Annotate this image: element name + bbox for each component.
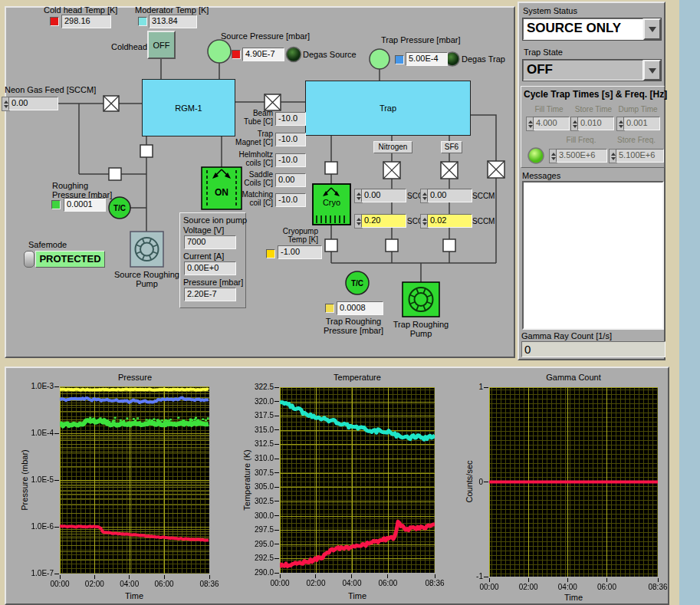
axis-tick-mark [280, 574, 281, 578]
dump-time-input[interactable]: 0.001 [623, 117, 660, 130]
y-axis-tick-label: 302.5 [231, 497, 274, 505]
voltage-value: 7000 [184, 235, 236, 249]
store-freq-input[interactable]: 5.100E+6 [616, 149, 664, 163]
x-axis-tick-label: 02:00 [297, 579, 334, 587]
saddle-coils-value: 0.00 [275, 173, 306, 187]
x-axis-tick-label: 08:36 [639, 583, 676, 591]
axis-tick-mark [658, 578, 659, 582]
beam-tube-label: BeamTube [C] [210, 109, 273, 126]
ion-pump-on-label[interactable]: ON [202, 187, 242, 198]
axis-tick-mark [274, 444, 279, 445]
gamma-chart-plot [489, 387, 658, 577]
moderator-temp-label: Moderator Temp [K] [135, 5, 209, 15]
x-axis-tick-label: 02:00 [76, 580, 113, 588]
n2-setpoint-input[interactable]: 0.00 [361, 189, 406, 202]
x-axis-tick-label: 04:00 [111, 580, 148, 588]
trap-tc-label: T/C [347, 279, 368, 288]
coldhead-label: Coldhead [111, 42, 147, 51]
axis-tick-mark [484, 577, 488, 577]
trap-roughing-pump-label: Trap RoughingPump [386, 320, 455, 338]
moderator-temp-value: 313.84 [149, 15, 197, 28]
y-axis-tick-label: 300.0 [231, 511, 274, 520]
source-pressure-value: 4.90E-7 [242, 48, 284, 61]
y-axis-tick-label: 1 [440, 383, 483, 391]
current-value: 0.00E+0 [184, 261, 236, 275]
axis-tick-mark [274, 387, 279, 388]
trap-state-dropdown[interactable]: OFF [522, 59, 662, 81]
y-axis-tick-label: 1.0E-3 [11, 382, 54, 390]
cold-head-temp-value: 298.16 [61, 15, 111, 28]
neon-gas-feed-input[interactable]: 0.00 [8, 97, 58, 110]
axis-tick-mark [274, 558, 279, 559]
fill-freq-input[interactable]: 3.500E+6 [556, 149, 607, 163]
axis-tick-mark [274, 429, 279, 430]
degas-source-label: Degas Source [303, 50, 357, 59]
n2-actual-input[interactable]: 0.20 [361, 214, 406, 228]
system-status-arrow-button[interactable] [643, 18, 661, 40]
x-axis-tick-label: 06:00 [588, 583, 625, 591]
fill-time-input[interactable]: 4.000 [533, 117, 570, 130]
roughing-pressure-label: RoughingPressure [mbar] [52, 181, 112, 199]
trap-roughing-pressure-indicator [325, 304, 334, 313]
axis-tick-mark [54, 386, 59, 387]
safemode-switch[interactable] [24, 251, 35, 268]
trap-block: Trap [305, 81, 471, 136]
saddle-coils-label: SaddleCoils [C] [210, 170, 273, 187]
ion-pump-pressure-value: 2.20E-7 [184, 288, 236, 301]
x-axis-tick-label: 00:00 [41, 580, 78, 588]
labview-front-panel: Cold head Temp [K] 298.16 Moderator Temp… [0, 0, 700, 605]
x-axis-tick-label: 04:00 [334, 579, 370, 587]
y-axis-tick-label: 1.0E-4 [11, 429, 54, 437]
trap-magnet-value: -10.0 [275, 133, 306, 146]
y-axis-tick-label: 0 [440, 478, 483, 486]
sf6-actual-unit: SCCM [472, 217, 495, 225]
trap-state-arrow-button[interactable] [643, 60, 661, 81]
y-axis-tick-label: 317.5 [231, 411, 274, 419]
chevron-down-icon [649, 68, 656, 77]
cold-head-temp-label: Cold head Temp [K] [44, 5, 117, 15]
sf6-setpoint-unit: SCCM [472, 192, 495, 200]
axis-tick-mark [54, 480, 59, 481]
axis-tick-mark [351, 574, 352, 578]
y-axis-tick-label: 310.0 [231, 454, 274, 462]
x-axis-tick-label: 00:00 [261, 579, 298, 587]
store-time-input[interactable]: 0.010 [577, 117, 614, 130]
y-axis-tick-label: 1.0E-6 [11, 522, 54, 531]
axis-tick-mark [164, 575, 165, 579]
safemode-state: PROTECTED [35, 251, 105, 268]
x-axis-tick-label: 00:00 [471, 583, 508, 591]
temperature-chart-plot [280, 387, 435, 573]
helmholtz-coils-value: -10.0 [275, 153, 306, 167]
fill-time-label: Fill Time [529, 105, 569, 113]
beam-tube-value: -10.0 [275, 112, 306, 126]
coldhead-power-button[interactable]: OFF [147, 31, 176, 59]
y-axis-tick-label: 292.5 [231, 554, 274, 562]
system-status-dropdown[interactable]: SOURCE ONLY [522, 18, 662, 41]
axis-tick-mark [274, 416, 279, 416]
y-axis-tick-label: 315.0 [231, 426, 274, 434]
rgm1-label: RGM-1 [175, 104, 202, 113]
sf6-actual-input[interactable]: 0.02 [427, 214, 472, 228]
source-pressure-label: Source Pressure [mbar] [221, 31, 310, 41]
axis-tick-mark [489, 578, 490, 582]
axis-tick-mark [60, 575, 61, 579]
y-axis-tick-label: 297.5 [231, 525, 274, 534]
cycle-trap-title: Cycle Trap Times [s] & Freq. [Hz] [524, 89, 667, 100]
axis-tick-mark [274, 544, 279, 544]
axis-tick-mark [274, 472, 279, 473]
roughing-pressure-value: 0.0001 [64, 198, 106, 212]
trap-pressure-value: 5.00E-4 [406, 52, 448, 66]
axis-tick-mark [54, 433, 59, 434]
messages-label: Messages [522, 171, 560, 180]
axis-tick-mark [274, 459, 279, 459]
system-status-label: System Status [523, 6, 577, 15]
x-axis-tick-label: 06:00 [146, 580, 182, 588]
store-freq-label: Store Freq. [612, 136, 661, 144]
safemode-label: Safemode [28, 240, 67, 249]
sf6-setpoint-input[interactable]: 0.00 [427, 189, 472, 202]
gamma-x-axis-label: Time [555, 593, 592, 602]
source-pressure-indicator [232, 50, 241, 59]
axis-tick-mark [435, 574, 435, 578]
axis-tick-mark [606, 578, 607, 582]
x-axis-tick-label: 08:36 [191, 580, 228, 588]
